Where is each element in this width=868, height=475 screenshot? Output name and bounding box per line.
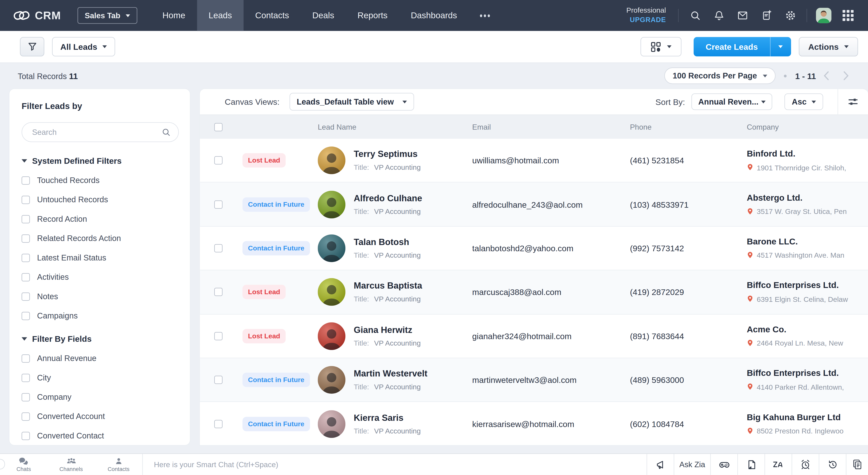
filter-checkbox[interactable] xyxy=(22,354,30,363)
nav-tab-home[interactable]: Home xyxy=(151,0,197,31)
records-per-page-dropdown[interactable]: 100 Records Per Page xyxy=(664,67,776,84)
lead-status-badge: Contact in Future xyxy=(243,241,310,256)
upgrade-link[interactable]: UPGRADE xyxy=(626,15,666,25)
zia-sketch-icon[interactable] xyxy=(765,454,792,475)
lead-name[interactable]: Marcus Baptista xyxy=(354,281,422,291)
filter-item[interactable]: Record Action xyxy=(22,214,179,223)
filter-item[interactable]: Activities xyxy=(22,273,179,281)
filter-checkbox[interactable] xyxy=(22,196,30,204)
table-settings-sliders-icon[interactable] xyxy=(838,96,868,107)
mail-icon[interactable] xyxy=(731,4,754,27)
copy-clipboard-icon[interactable] xyxy=(846,454,868,475)
filter-item[interactable]: Notes xyxy=(22,292,179,301)
row-checkbox[interactable] xyxy=(214,200,222,208)
page-flip-icon[interactable] xyxy=(737,454,765,475)
company-address: 4517 Washington Ave. Man xyxy=(747,251,868,260)
filter-item[interactable]: Converted Contact xyxy=(22,431,179,440)
filter-checkbox[interactable] xyxy=(22,176,30,184)
notifications-bell-icon[interactable] xyxy=(707,4,731,27)
select-all-checkbox[interactable] xyxy=(214,123,222,131)
announcements-megaphone-icon[interactable] xyxy=(647,454,674,475)
filter-checkbox[interactable] xyxy=(22,412,30,420)
row-checkbox[interactable] xyxy=(214,244,222,252)
lead-name[interactable]: Talan Botosh xyxy=(354,237,421,247)
settings-gear-icon[interactable] xyxy=(778,4,802,27)
filter-section-header[interactable]: Filter By Fields xyxy=(22,334,179,343)
lead-row[interactable]: Contact in Future Martin Westervelt Titl… xyxy=(200,358,868,402)
sidebar-search-input[interactable] xyxy=(31,127,161,137)
filter-item[interactable]: Converted Account xyxy=(22,412,179,421)
chat-tab-contacts[interactable]: Contacts xyxy=(95,454,142,475)
lead-title: Title:VP Accounting xyxy=(354,295,422,303)
filter-checkbox[interactable] xyxy=(22,215,30,223)
lead-row[interactable]: Contact in Future Kierra Saris Title:VP … xyxy=(200,402,868,446)
create-leads-dropdown[interactable] xyxy=(770,37,791,57)
chat-tab-channels[interactable]: Channels xyxy=(48,454,95,475)
filter-checkbox[interactable] xyxy=(22,292,30,300)
gamescope-gamepad-icon[interactable] xyxy=(710,454,737,475)
filter-item[interactable]: Touched Records xyxy=(22,176,179,184)
lead-row[interactable]: Contact in Future Talan Botosh Title:VP … xyxy=(200,227,868,271)
user-avatar[interactable] xyxy=(816,8,831,23)
org-selector[interactable]: Sales Tab xyxy=(78,7,137,24)
filter-item[interactable]: Annual Revenue xyxy=(22,354,179,363)
lead-name[interactable]: Alfredo Culhane xyxy=(354,193,422,203)
lead-name[interactable]: Terry Septimus xyxy=(354,149,421,159)
nav-tab-reports[interactable]: Reports xyxy=(346,0,399,31)
filter-item[interactable]: City xyxy=(22,373,179,382)
canvas-view-dropdown[interactable]: Leads_Default Table view xyxy=(289,93,414,110)
filter-checkbox[interactable] xyxy=(22,393,30,401)
search-icon[interactable] xyxy=(683,4,707,27)
nav-tab-dashboards[interactable]: Dashboards xyxy=(399,0,469,31)
sort-field-dropdown[interactable]: Annual Reven... xyxy=(691,94,772,110)
filter-checkbox[interactable] xyxy=(22,234,30,242)
column-header-phone[interactable]: Phone xyxy=(630,123,652,131)
view-selector-all-leads[interactable]: All Leads xyxy=(52,37,115,57)
filter-checkbox[interactable] xyxy=(22,311,30,320)
column-header-email[interactable]: Email xyxy=(472,123,491,131)
column-header-company[interactable]: Company xyxy=(747,123,779,131)
sort-order-dropdown[interactable]: Asc xyxy=(785,94,823,110)
filter-checkbox[interactable] xyxy=(22,432,30,440)
lead-row[interactable]: Contact in Future Alfredo Culhane Title:… xyxy=(200,182,868,227)
filter-item[interactable]: Latest Email Status xyxy=(22,253,179,262)
prev-page-button[interactable] xyxy=(816,71,836,81)
row-checkbox[interactable] xyxy=(214,332,222,340)
row-checkbox[interactable] xyxy=(214,156,222,165)
filter-funnel-button[interactable] xyxy=(20,37,44,57)
reminders-alarm-icon[interactable] xyxy=(792,454,819,475)
apps-grid-icon[interactable] xyxy=(837,4,859,27)
lead-row[interactable]: Lost Lead Marcus Baptista Title:VP Accou… xyxy=(200,271,868,314)
column-header-lead-name[interactable]: Lead Name xyxy=(318,123,356,131)
row-checkbox[interactable] xyxy=(214,419,222,428)
filter-checkbox[interactable] xyxy=(22,253,30,262)
row-checkbox[interactable] xyxy=(214,288,222,296)
nav-tab-leads[interactable]: Leads xyxy=(197,0,244,31)
feed-add-icon[interactable] xyxy=(754,4,778,27)
smart-chat-input[interactable] xyxy=(153,460,647,469)
recent-history-icon[interactable] xyxy=(819,454,846,475)
create-leads-button[interactable]: Create Leads xyxy=(693,37,770,57)
actions-button[interactable]: Actions xyxy=(799,37,858,57)
nav-tab-deals[interactable]: Deals xyxy=(301,0,346,31)
next-page-button[interactable] xyxy=(836,71,856,81)
filter-item[interactable]: Company xyxy=(22,393,179,401)
filter-item[interactable]: Untouched Records xyxy=(22,195,179,204)
filter-checkbox[interactable] xyxy=(22,273,30,281)
nav-tab-contacts[interactable]: Contacts xyxy=(244,0,301,31)
lead-name[interactable]: Martin Westervelt xyxy=(354,369,428,379)
filter-item[interactable]: Campaigns xyxy=(22,311,179,320)
lead-row[interactable]: Lost Lead Terry Septimus Title:VP Accoun… xyxy=(200,139,868,183)
row-checkbox[interactable] xyxy=(214,376,222,384)
filter-item[interactable]: Related Records Action xyxy=(22,234,179,243)
chat-tab-chats[interactable]: Chats xyxy=(0,454,48,475)
layout-type-button[interactable] xyxy=(640,37,681,57)
lead-row[interactable]: Lost Lead Giana Herwitz Title:VP Account… xyxy=(200,314,868,358)
filter-section-header[interactable]: System Defined Filters xyxy=(22,156,179,165)
lead-name[interactable]: Kierra Saris xyxy=(354,413,421,423)
more-modules-button[interactable] xyxy=(469,0,501,31)
lead-name[interactable]: Giana Herwitz xyxy=(354,325,421,335)
lead-phone: (103) 48533971 xyxy=(630,200,689,209)
filter-checkbox[interactable] xyxy=(22,373,30,382)
ask-zia-button[interactable]: Ask Zia xyxy=(674,454,710,475)
